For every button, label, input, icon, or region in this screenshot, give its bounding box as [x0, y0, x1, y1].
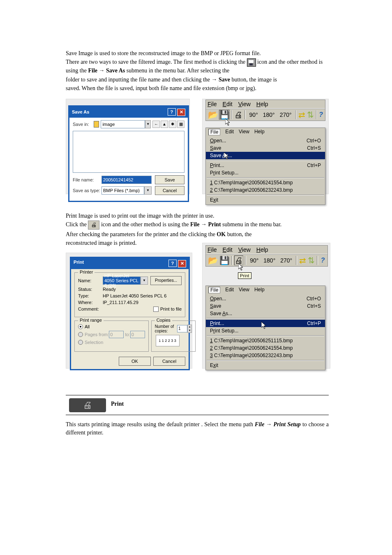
menu-file2[interactable]: File [208, 246, 217, 253]
mi2-print[interactable]: Print...Ctrl+P [206, 320, 325, 327]
mi-save[interactable]: SaveCtrl+S [206, 144, 325, 152]
print-cancel-button[interactable]: Cancel [153, 357, 185, 366]
menu-edit[interactable]: Edit [223, 101, 233, 107]
menu-edit2[interactable]: Edit [223, 246, 233, 253]
mi2-open[interactable]: Open...Ctrl+O [206, 295, 325, 302]
t3b: Save [219, 77, 230, 83]
bt2-b: Print Setup [274, 421, 301, 427]
print-text-3: After checking the parameters for the pr… [66, 230, 333, 239]
flip-v-icon2[interactable]: ⇅ [307, 255, 315, 265]
savetype-field[interactable]: BMP Files (*.bmp) [101, 186, 144, 195]
back-icon[interactable]: ← [152, 121, 160, 128]
printer-name-dropdown[interactable]: ▼ [141, 276, 148, 285]
menu-help2[interactable]: Help [256, 246, 268, 253]
mi2-recent2[interactable]: 2 C:\Temp\Image\200506241554.bmp [206, 344, 325, 352]
newfolder-icon[interactable]: ✱ [169, 121, 176, 128]
mi2-save[interactable]: SaveCtrl+S [206, 302, 325, 310]
hr-top [66, 395, 329, 395]
filename-field[interactable]: 200501241452 [101, 176, 152, 184]
printer-name-label: Name: [78, 278, 103, 283]
print-close-button[interactable]: ✕ [178, 260, 186, 267]
rotate-180[interactable]: 180° [261, 110, 277, 119]
dd-edit[interactable]: Edit [225, 129, 234, 135]
rotate-90[interactable]: 90° [247, 110, 260, 119]
save-icon [247, 58, 256, 67]
save-button[interactable]: Save [155, 175, 184, 184]
mi-open-sc: Ctrl+O [307, 138, 321, 144]
viewmode-icon[interactable]: ▦ [177, 121, 184, 128]
type-label: Type: [78, 293, 103, 298]
copies-spinner[interactable]: ▲▼ [187, 325, 192, 333]
save-icon2[interactable]: 💾 [219, 255, 230, 265]
mi2-saveas[interactable]: Save As... [206, 310, 325, 317]
up-icon[interactable]: ▲ [161, 121, 168, 128]
mi-saveas[interactable]: Save As... [206, 152, 325, 159]
printer-icon: 🖨 [83, 400, 92, 411]
rotate-270b[interactable]: 270° [278, 256, 294, 265]
flip-v-icon[interactable]: ⇅ [307, 110, 314, 120]
mi-printsetup[interactable]: Print Setup... [206, 169, 325, 176]
properties-button[interactable]: Properties... [150, 276, 182, 285]
mi2-printsetup[interactable]: Print Setup... [206, 327, 325, 334]
help-icon[interactable]: ? [318, 110, 323, 120]
bt-b: default printer [166, 421, 199, 427]
print-title-text: Print [74, 260, 84, 267]
mi-recent1[interactable]: 1 C:\Temp\Image\200506241554.bmp [206, 179, 325, 186]
printer-name-select[interactable]: HP LaserJet 4050 Series PCL 6 (29) [103, 276, 141, 285]
flip-h-icon2[interactable]: ⇄ [299, 255, 307, 265]
mi-open[interactable]: Open...Ctrl+O [206, 137, 325, 144]
print-to-file-checkbox[interactable] [153, 307, 159, 312]
ok-button[interactable]: OK [119, 357, 151, 366]
file-list-area[interactable] [73, 131, 184, 173]
savein-field[interactable]: image [101, 120, 145, 128]
dd-menubar: File Edit View Help [206, 128, 325, 136]
help-button[interactable]: ? [168, 108, 176, 116]
range-pages-label: Pages [85, 332, 97, 337]
print-icon-highlight[interactable]: 🖨 [234, 255, 243, 265]
mi-save-sc: Ctrl+S [307, 145, 321, 151]
rotate-90b[interactable]: 90° [248, 256, 261, 265]
menu-help[interactable]: Help [256, 101, 268, 107]
arrow-icon-4: → [266, 421, 272, 427]
menu-view2[interactable]: View [238, 246, 251, 253]
dd-view2[interactable]: View [239, 287, 249, 293]
print-help-button[interactable]: ? [168, 260, 177, 267]
close-button[interactable]: ✕ [177, 109, 185, 116]
range-to-label: to: [125, 332, 130, 337]
filename-label: File name: [73, 177, 101, 182]
savein-dropdown[interactable]: ▼ [145, 120, 151, 128]
dd-help[interactable]: Help [254, 129, 265, 135]
open-icon[interactable]: 📂 [208, 110, 218, 120]
help-icon2[interactable]: ? [320, 255, 326, 265]
print-icon[interactable]: 🖨 [234, 110, 243, 120]
mi2-recent1[interactable]: 1 C:\Temp\Image\200506251115.bmp [206, 337, 325, 344]
mi-exit[interactable]: Exit [206, 196, 325, 204]
dd2-sep1 [207, 318, 324, 319]
dd-file2[interactable]: File [208, 287, 220, 293]
menu-view[interactable]: View [238, 101, 251, 107]
print-titlebar: Print ? ✕ [71, 258, 189, 269]
save-icon-highlight[interactable]: 💾 [219, 110, 230, 120]
mi2-exit[interactable]: Exit [206, 362, 325, 369]
copies-input[interactable]: 1 [177, 325, 187, 332]
savetype-dropdown[interactable]: ▼ [144, 186, 152, 195]
rotate-180b[interactable]: 180° [261, 256, 277, 265]
open-icon2[interactable]: 📂 [208, 255, 218, 265]
print-button-bar[interactable]: 🖨 [69, 398, 106, 412]
bt-c: . Select the menu path [201, 421, 255, 427]
dd-help2[interactable]: Help [254, 287, 265, 293]
copies-label: Number of copies: [155, 324, 176, 333]
radio-all[interactable] [78, 324, 83, 329]
rotate-270[interactable]: 270° [278, 110, 294, 119]
menu-file[interactable]: File [208, 101, 217, 107]
dd-view[interactable]: View [239, 129, 249, 135]
cancel-button[interactable]: Cancel [155, 186, 184, 195]
flip-h-icon[interactable]: ⇄ [298, 110, 306, 120]
mi-print[interactable]: Print...Ctrl+P [206, 162, 325, 169]
range-from-label: from: [99, 332, 109, 337]
where-label: Where: [78, 300, 103, 305]
mi2-recent3[interactable]: 3 C:\Temp\Image\200506232243.bmp [206, 352, 325, 359]
dd-edit2[interactable]: Edit [225, 287, 234, 293]
dd-file[interactable]: File [208, 129, 220, 135]
mi-recent2[interactable]: 2 C:\Temp\Image\200506232243.bmp [206, 186, 325, 194]
